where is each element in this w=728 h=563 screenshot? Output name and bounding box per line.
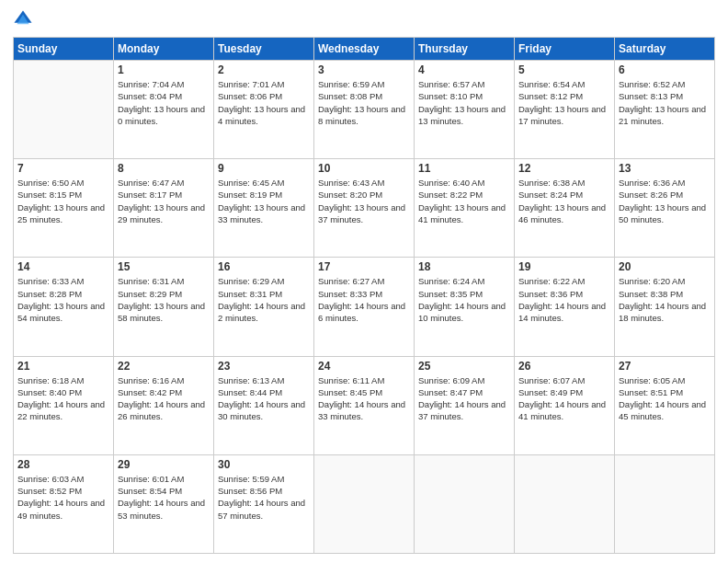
day-number: 9 [218, 162, 310, 175]
day-number: 4 [418, 63, 510, 76]
calendar-day-header: Sunday [14, 38, 114, 61]
day-number: 19 [518, 260, 610, 273]
calendar-cell: 16Sunrise: 6:29 AMSunset: 8:31 PMDayligh… [214, 258, 314, 356]
day-number: 3 [318, 63, 410, 76]
calendar-day-header: Thursday [415, 38, 515, 61]
day-info: Sunrise: 6:16 AMSunset: 8:42 PMDaylight:… [118, 374, 210, 423]
day-info: Sunrise: 6:57 AMSunset: 8:10 PMDaylight:… [418, 78, 510, 127]
day-info: Sunrise: 6:59 AMSunset: 8:08 PMDaylight:… [318, 78, 410, 127]
day-number: 15 [118, 260, 210, 273]
header [13, 9, 715, 29]
day-number: 11 [418, 162, 510, 175]
page: SundayMondayTuesdayWednesdayThursdayFrid… [0, 0, 728, 563]
day-number: 24 [318, 360, 410, 373]
day-info: Sunrise: 6:27 AMSunset: 8:33 PMDaylight:… [318, 275, 410, 324]
day-number: 17 [318, 260, 410, 273]
calendar-cell: 18Sunrise: 6:24 AMSunset: 8:35 PMDayligh… [415, 258, 515, 356]
day-info: Sunrise: 6:01 AMSunset: 8:54 PMDaylight:… [118, 473, 210, 522]
calendar-cell: 22Sunrise: 6:16 AMSunset: 8:42 PMDayligh… [114, 356, 214, 454]
calendar-cell: 4Sunrise: 6:57 AMSunset: 8:10 PMDaylight… [415, 61, 515, 159]
day-info: Sunrise: 6:36 AMSunset: 8:26 PMDaylight:… [619, 177, 711, 225]
day-number: 20 [619, 260, 711, 273]
day-number: 13 [619, 162, 711, 175]
day-info: Sunrise: 6:43 AMSunset: 8:20 PMDaylight:… [318, 177, 410, 225]
day-info: Sunrise: 6:50 AMSunset: 8:15 PMDaylight:… [17, 177, 109, 225]
calendar-day-header: Tuesday [214, 38, 314, 61]
calendar-cell: 19Sunrise: 6:22 AMSunset: 8:36 PMDayligh… [515, 258, 615, 356]
day-number: 8 [118, 162, 210, 175]
calendar-week-row: 28Sunrise: 6:03 AMSunset: 8:52 PMDayligh… [14, 454, 715, 553]
day-number: 5 [518, 63, 610, 76]
calendar-day-header: Wednesday [314, 38, 415, 61]
day-info: Sunrise: 6:33 AMSunset: 8:28 PMDaylight:… [17, 275, 109, 324]
day-info: Sunrise: 6:24 AMSunset: 8:35 PMDaylight:… [418, 275, 510, 324]
day-info: Sunrise: 6:11 AMSunset: 8:45 PMDaylight:… [318, 374, 410, 423]
calendar-cell [515, 454, 615, 553]
calendar-cell: 11Sunrise: 6:40 AMSunset: 8:22 PMDayligh… [415, 159, 515, 258]
day-number: 29 [118, 458, 210, 471]
day-number: 30 [218, 458, 310, 471]
calendar-cell: 26Sunrise: 6:07 AMSunset: 8:49 PMDayligh… [515, 356, 615, 454]
day-number: 23 [218, 360, 310, 373]
day-info: Sunrise: 6:40 AMSunset: 8:22 PMDaylight:… [418, 177, 510, 225]
calendar-cell: 24Sunrise: 6:11 AMSunset: 8:45 PMDayligh… [314, 356, 415, 454]
calendar-cell [415, 454, 515, 553]
day-info: Sunrise: 6:13 AMSunset: 8:44 PMDaylight:… [218, 374, 310, 423]
day-info: Sunrise: 6:38 AMSunset: 8:24 PMDaylight:… [518, 177, 610, 225]
day-info: Sunrise: 6:47 AMSunset: 8:17 PMDaylight:… [118, 177, 210, 225]
calendar-cell: 15Sunrise: 6:31 AMSunset: 8:29 PMDayligh… [114, 258, 214, 356]
logo [13, 9, 37, 29]
calendar-cell: 25Sunrise: 6:09 AMSunset: 8:47 PMDayligh… [415, 356, 515, 454]
day-number: 14 [17, 260, 109, 273]
day-number: 6 [619, 63, 711, 76]
calendar-day-header: Saturday [615, 38, 715, 61]
calendar-day-header: Friday [515, 38, 615, 61]
calendar-cell: 6Sunrise: 6:52 AMSunset: 8:13 PMDaylight… [615, 61, 715, 159]
day-number: 16 [218, 260, 310, 273]
calendar-table: SundayMondayTuesdayWednesdayThursdayFrid… [13, 37, 715, 554]
day-number: 26 [518, 360, 610, 373]
calendar-cell: 17Sunrise: 6:27 AMSunset: 8:33 PMDayligh… [314, 258, 415, 356]
calendar-cell: 29Sunrise: 6:01 AMSunset: 8:54 PMDayligh… [114, 454, 214, 553]
calendar-cell [14, 61, 114, 159]
calendar-cell: 7Sunrise: 6:50 AMSunset: 8:15 PMDaylight… [14, 159, 114, 258]
calendar-day-header: Monday [114, 38, 214, 61]
calendar-cell: 8Sunrise: 6:47 AMSunset: 8:17 PMDaylight… [114, 159, 214, 258]
day-info: Sunrise: 6:22 AMSunset: 8:36 PMDaylight:… [518, 275, 610, 324]
calendar-week-row: 14Sunrise: 6:33 AMSunset: 8:28 PMDayligh… [14, 258, 715, 356]
day-info: Sunrise: 6:07 AMSunset: 8:49 PMDaylight:… [518, 374, 610, 423]
calendar-cell [314, 454, 415, 553]
day-info: Sunrise: 6:09 AMSunset: 8:47 PMDaylight:… [418, 374, 510, 423]
day-info: Sunrise: 5:59 AMSunset: 8:56 PMDaylight:… [218, 473, 310, 522]
calendar-cell: 5Sunrise: 6:54 AMSunset: 8:12 PMDaylight… [515, 61, 615, 159]
day-info: Sunrise: 6:05 AMSunset: 8:51 PMDaylight:… [619, 374, 711, 423]
calendar-header-row: SundayMondayTuesdayWednesdayThursdayFrid… [14, 38, 715, 61]
day-info: Sunrise: 6:54 AMSunset: 8:12 PMDaylight:… [518, 78, 610, 127]
day-number: 28 [17, 458, 109, 471]
day-number: 21 [17, 360, 109, 373]
calendar-cell: 9Sunrise: 6:45 AMSunset: 8:19 PMDaylight… [214, 159, 314, 258]
day-info: Sunrise: 6:03 AMSunset: 8:52 PMDaylight:… [17, 473, 109, 522]
calendar-cell: 30Sunrise: 5:59 AMSunset: 8:56 PMDayligh… [214, 454, 314, 553]
day-info: Sunrise: 7:04 AMSunset: 8:04 PMDaylight:… [118, 78, 210, 127]
day-info: Sunrise: 6:18 AMSunset: 8:40 PMDaylight:… [17, 374, 109, 423]
calendar-week-row: 7Sunrise: 6:50 AMSunset: 8:15 PMDaylight… [14, 159, 715, 258]
calendar-cell: 2Sunrise: 7:01 AMSunset: 8:06 PMDaylight… [214, 61, 314, 159]
calendar-cell: 12Sunrise: 6:38 AMSunset: 8:24 PMDayligh… [515, 159, 615, 258]
calendar-cell: 1Sunrise: 7:04 AMSunset: 8:04 PMDaylight… [114, 61, 214, 159]
day-number: 2 [218, 63, 310, 76]
calendar-cell: 14Sunrise: 6:33 AMSunset: 8:28 PMDayligh… [14, 258, 114, 356]
calendar-cell: 3Sunrise: 6:59 AMSunset: 8:08 PMDaylight… [314, 61, 415, 159]
day-number: 25 [418, 360, 510, 373]
day-info: Sunrise: 6:31 AMSunset: 8:29 PMDaylight:… [118, 275, 210, 324]
day-number: 12 [518, 162, 610, 175]
day-info: Sunrise: 7:01 AMSunset: 8:06 PMDaylight:… [218, 78, 310, 127]
day-number: 1 [118, 63, 210, 76]
calendar-week-row: 21Sunrise: 6:18 AMSunset: 8:40 PMDayligh… [14, 356, 715, 454]
day-info: Sunrise: 6:52 AMSunset: 8:13 PMDaylight:… [619, 78, 711, 127]
calendar-cell [615, 454, 715, 553]
day-number: 22 [118, 360, 210, 373]
calendar-cell: 28Sunrise: 6:03 AMSunset: 8:52 PMDayligh… [14, 454, 114, 553]
calendar-cell: 20Sunrise: 6:20 AMSunset: 8:38 PMDayligh… [615, 258, 715, 356]
calendar-cell: 21Sunrise: 6:18 AMSunset: 8:40 PMDayligh… [14, 356, 114, 454]
